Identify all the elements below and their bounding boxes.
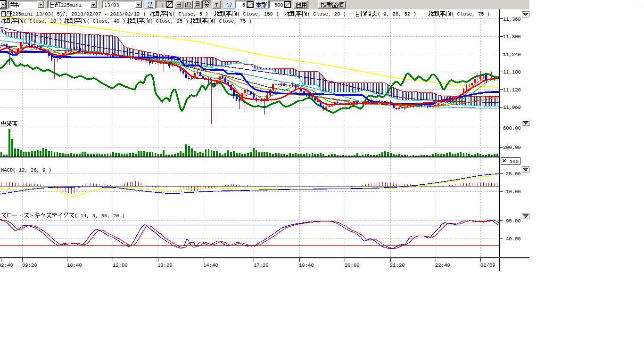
svg-text:( Close, 40 ): ( Close, 40 ) (87, 18, 125, 24)
svg-text:13:20: 13:20 (157, 263, 173, 268)
svg-text:500: 500 (274, 2, 283, 8)
svg-text:09:20: 09:20 (22, 263, 37, 268)
svg-text:10:40: 10:40 (67, 263, 82, 268)
svg-text:13/03: 13/03 (104, 2, 119, 8)
svg-text:100: 100 (510, 159, 519, 165)
svg-text:21:20: 21:20 (390, 263, 405, 268)
svg-text:T: T (215, 2, 218, 8)
svg-text:( Close, 75 ): ( Close, 75 ) (451, 11, 490, 17)
svg-text:( Close, 150 ): ( Close, 150 ) (237, 11, 279, 17)
svg-text:11,180: 11,180 (503, 69, 521, 75)
svg-text:20:00: 20:00 (345, 263, 360, 268)
svg-text:11,300: 11,300 (503, 34, 521, 40)
svg-text:14:40: 14:40 (203, 263, 218, 268)
svg-text:( Close, 10 ): ( Close, 10 ) (24, 18, 62, 24)
svg-text:MACD( 12, 26, 9 ): MACD( 12, 26, 9 ) (1, 167, 51, 173)
svg-text:, 2013/02/07 - 2013/02/12 ): , 2013/02/07 - 2013/02/12 ) (66, 11, 146, 17)
svg-text:25.00: 25.00 (506, 171, 521, 177)
svg-text:40.00: 40.00 (506, 236, 521, 242)
svg-text:11,120: 11,120 (503, 87, 521, 93)
svg-text:02/09: 02/09 (480, 263, 495, 268)
svg-text:22:40: 22:40 (435, 263, 450, 268)
svg-text:5: 5 (242, 2, 245, 8)
svg-text:1: 1 (161, 2, 164, 8)
svg-text:17:20: 17:20 (254, 263, 269, 268)
svg-text:-10.00: -10.00 (503, 189, 521, 195)
svg-text:12:00: 12:00 (113, 263, 128, 268)
svg-text:( Close, 20 ): ( Close, 20 ) (307, 11, 346, 17)
svg-text:( 14, 3, 80, 20 ): ( 14, 3, 80, 20 ) (74, 213, 125, 219)
svg-text:18:40: 18:40 (299, 263, 314, 268)
svg-text:95.00: 95.00 (506, 218, 521, 224)
svg-text:225mini 13/03( 5: 225mini 13/03( 5 (12, 11, 60, 17)
svg-text:( 9, 26, 52 ): ( 9, 26, 52 ) (378, 11, 416, 17)
svg-text:( Close, 75 ): ( Close, 75 ) (213, 18, 252, 24)
svg-text:02:40: 02:40 (0, 263, 13, 268)
svg-text:225mini: 225mini (61, 2, 82, 8)
svg-text:11,240: 11,240 (503, 52, 521, 58)
svg-text:( Close, 5 ): ( Close, 5 ) (173, 11, 208, 17)
svg-text:600.00: 600.00 (503, 125, 521, 131)
svg-text:( Close, 25 ): ( Close, 25 ) (150, 18, 189, 24)
svg-text:11,360: 11,360 (503, 16, 521, 22)
svg-text:200.00: 200.00 (503, 145, 521, 150)
svg-text:11,060: 11,060 (503, 105, 521, 110)
